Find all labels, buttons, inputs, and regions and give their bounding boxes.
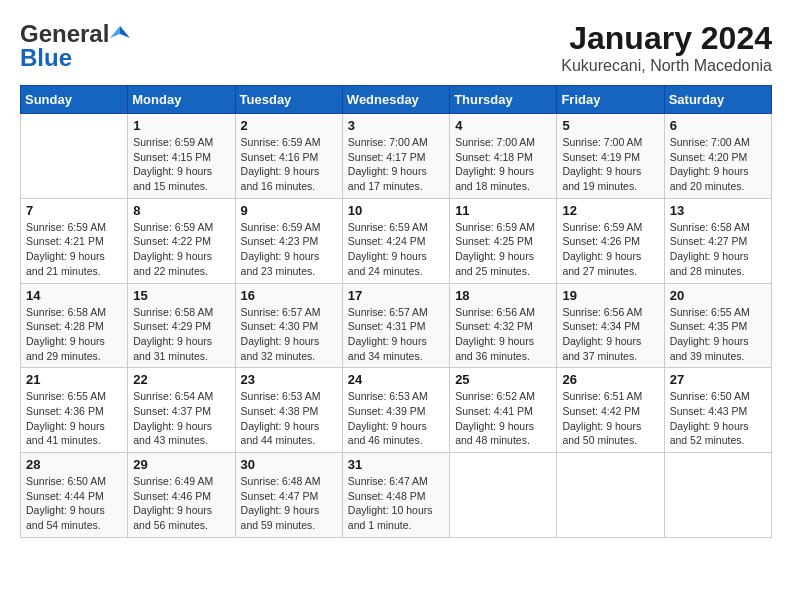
sunrise-text: Sunrise: 6:52 AM: [455, 390, 535, 402]
calendar-cell: [21, 114, 128, 199]
day-info: Sunrise: 6:49 AM Sunset: 4:46 PM Dayligh…: [133, 474, 229, 533]
day-number: 4: [455, 118, 551, 133]
sunrise-text: Sunrise: 6:58 AM: [133, 306, 213, 318]
sunset-text: Sunset: 4:38 PM: [241, 405, 319, 417]
day-number: 26: [562, 372, 658, 387]
day-number: 15: [133, 288, 229, 303]
calendar-cell: 22 Sunrise: 6:54 AM Sunset: 4:37 PM Dayl…: [128, 368, 235, 453]
header-tuesday: Tuesday: [235, 86, 342, 114]
day-info: Sunrise: 6:53 AM Sunset: 4:38 PM Dayligh…: [241, 389, 337, 448]
day-number: 27: [670, 372, 766, 387]
calendar-cell: 16 Sunrise: 6:57 AM Sunset: 4:30 PM Dayl…: [235, 283, 342, 368]
logo: General Blue: [20, 20, 131, 72]
sunrise-text: Sunrise: 6:54 AM: [133, 390, 213, 402]
sunrise-text: Sunrise: 6:50 AM: [670, 390, 750, 402]
sunset-text: Sunset: 4:42 PM: [562, 405, 640, 417]
day-info: Sunrise: 6:52 AM Sunset: 4:41 PM Dayligh…: [455, 389, 551, 448]
header-monday: Monday: [128, 86, 235, 114]
day-info: Sunrise: 6:57 AM Sunset: 4:30 PM Dayligh…: [241, 305, 337, 364]
header-wednesday: Wednesday: [342, 86, 449, 114]
day-number: 19: [562, 288, 658, 303]
sunrise-text: Sunrise: 7:00 AM: [455, 136, 535, 148]
daylight-text: Daylight: 9 hours and 44 minutes.: [241, 420, 320, 447]
daylight-text: Daylight: 9 hours and 28 minutes.: [670, 250, 749, 277]
sunrise-text: Sunrise: 7:00 AM: [670, 136, 750, 148]
sunset-text: Sunset: 4:34 PM: [562, 320, 640, 332]
day-info: Sunrise: 6:59 AM Sunset: 4:26 PM Dayligh…: [562, 220, 658, 279]
day-number: 6: [670, 118, 766, 133]
calendar-week-row: 28 Sunrise: 6:50 AM Sunset: 4:44 PM Dayl…: [21, 453, 772, 538]
calendar-cell: 27 Sunrise: 6:50 AM Sunset: 4:43 PM Dayl…: [664, 368, 771, 453]
daylight-text: Daylight: 9 hours and 48 minutes.: [455, 420, 534, 447]
sunrise-text: Sunrise: 6:57 AM: [348, 306, 428, 318]
calendar-cell: 17 Sunrise: 6:57 AM Sunset: 4:31 PM Dayl…: [342, 283, 449, 368]
sunset-text: Sunset: 4:44 PM: [26, 490, 104, 502]
sunset-text: Sunset: 4:22 PM: [133, 235, 211, 247]
day-info: Sunrise: 6:50 AM Sunset: 4:43 PM Dayligh…: [670, 389, 766, 448]
day-info: Sunrise: 6:55 AM Sunset: 4:36 PM Dayligh…: [26, 389, 122, 448]
day-number: 25: [455, 372, 551, 387]
sunrise-text: Sunrise: 6:53 AM: [241, 390, 321, 402]
sunset-text: Sunset: 4:47 PM: [241, 490, 319, 502]
day-info: Sunrise: 6:59 AM Sunset: 4:21 PM Dayligh…: [26, 220, 122, 279]
day-number: 30: [241, 457, 337, 472]
day-info: Sunrise: 6:48 AM Sunset: 4:47 PM Dayligh…: [241, 474, 337, 533]
day-number: 21: [26, 372, 122, 387]
calendar-cell: 15 Sunrise: 6:58 AM Sunset: 4:29 PM Dayl…: [128, 283, 235, 368]
page-header: General Blue January 2024 Kukurecani, No…: [20, 20, 772, 75]
day-number: 20: [670, 288, 766, 303]
sunrise-text: Sunrise: 6:59 AM: [133, 136, 213, 148]
day-info: Sunrise: 6:57 AM Sunset: 4:31 PM Dayligh…: [348, 305, 444, 364]
day-number: 3: [348, 118, 444, 133]
calendar-week-row: 1 Sunrise: 6:59 AM Sunset: 4:15 PM Dayli…: [21, 114, 772, 199]
svg-marker-0: [120, 26, 130, 38]
day-number: 22: [133, 372, 229, 387]
day-info: Sunrise: 6:51 AM Sunset: 4:42 PM Dayligh…: [562, 389, 658, 448]
sunrise-text: Sunrise: 6:59 AM: [26, 221, 106, 233]
sunset-text: Sunset: 4:23 PM: [241, 235, 319, 247]
day-number: 17: [348, 288, 444, 303]
daylight-text: Daylight: 9 hours and 43 minutes.: [133, 420, 212, 447]
calendar-cell: 5 Sunrise: 7:00 AM Sunset: 4:19 PM Dayli…: [557, 114, 664, 199]
day-number: 13: [670, 203, 766, 218]
day-number: 8: [133, 203, 229, 218]
sunrise-text: Sunrise: 6:50 AM: [26, 475, 106, 487]
daylight-text: Daylight: 9 hours and 20 minutes.: [670, 165, 749, 192]
calendar-cell: 2 Sunrise: 6:59 AM Sunset: 4:16 PM Dayli…: [235, 114, 342, 199]
day-number: 10: [348, 203, 444, 218]
daylight-text: Daylight: 9 hours and 56 minutes.: [133, 504, 212, 531]
header-thursday: Thursday: [450, 86, 557, 114]
daylight-text: Daylight: 9 hours and 29 minutes.: [26, 335, 105, 362]
calendar-cell: 18 Sunrise: 6:56 AM Sunset: 4:32 PM Dayl…: [450, 283, 557, 368]
day-info: Sunrise: 6:59 AM Sunset: 4:16 PM Dayligh…: [241, 135, 337, 194]
logo-blue: Blue: [20, 44, 72, 72]
daylight-text: Daylight: 9 hours and 23 minutes.: [241, 250, 320, 277]
sunrise-text: Sunrise: 6:51 AM: [562, 390, 642, 402]
daylight-text: Daylight: 9 hours and 27 minutes.: [562, 250, 641, 277]
sunset-text: Sunset: 4:46 PM: [133, 490, 211, 502]
calendar-cell: 30 Sunrise: 6:48 AM Sunset: 4:47 PM Dayl…: [235, 453, 342, 538]
sunrise-text: Sunrise: 6:57 AM: [241, 306, 321, 318]
day-info: Sunrise: 7:00 AM Sunset: 4:18 PM Dayligh…: [455, 135, 551, 194]
header-friday: Friday: [557, 86, 664, 114]
day-info: Sunrise: 6:59 AM Sunset: 4:15 PM Dayligh…: [133, 135, 229, 194]
day-info: Sunrise: 6:59 AM Sunset: 4:22 PM Dayligh…: [133, 220, 229, 279]
sunset-text: Sunset: 4:25 PM: [455, 235, 533, 247]
sunset-text: Sunset: 4:48 PM: [348, 490, 426, 502]
day-number: 9: [241, 203, 337, 218]
sunrise-text: Sunrise: 6:59 AM: [241, 136, 321, 148]
sunset-text: Sunset: 4:39 PM: [348, 405, 426, 417]
daylight-text: Daylight: 9 hours and 59 minutes.: [241, 504, 320, 531]
sunset-text: Sunset: 4:21 PM: [26, 235, 104, 247]
day-info: Sunrise: 6:58 AM Sunset: 4:28 PM Dayligh…: [26, 305, 122, 364]
sunset-text: Sunset: 4:19 PM: [562, 151, 640, 163]
calendar-cell: 14 Sunrise: 6:58 AM Sunset: 4:28 PM Dayl…: [21, 283, 128, 368]
sunset-text: Sunset: 4:30 PM: [241, 320, 319, 332]
calendar-header-row: Sunday Monday Tuesday Wednesday Thursday…: [21, 86, 772, 114]
calendar-cell: 11 Sunrise: 6:59 AM Sunset: 4:25 PM Dayl…: [450, 198, 557, 283]
sunset-text: Sunset: 4:29 PM: [133, 320, 211, 332]
day-info: Sunrise: 6:47 AM Sunset: 4:48 PM Dayligh…: [348, 474, 444, 533]
calendar-cell: 28 Sunrise: 6:50 AM Sunset: 4:44 PM Dayl…: [21, 453, 128, 538]
day-number: 14: [26, 288, 122, 303]
calendar-cell: 3 Sunrise: 7:00 AM Sunset: 4:17 PM Dayli…: [342, 114, 449, 199]
